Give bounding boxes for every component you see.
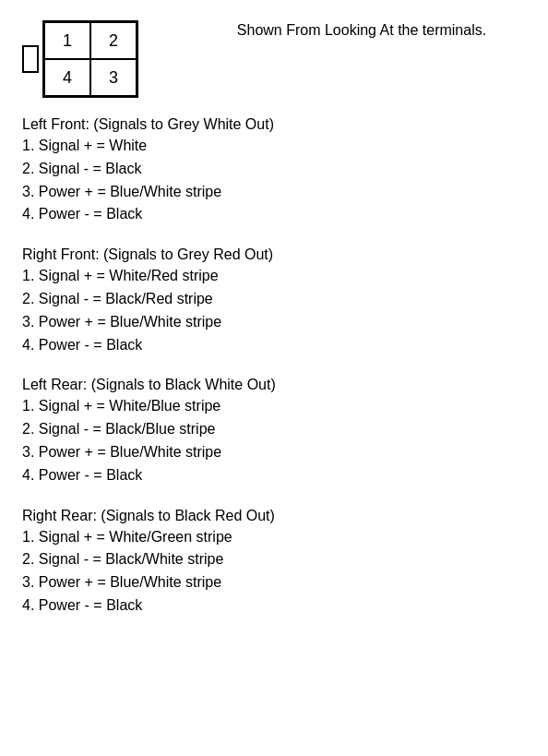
- list-item: 1. Signal + = White/Green stripe: [22, 526, 526, 549]
- list-item: 1. Signal + = White: [22, 135, 526, 158]
- section-title-left-front: Left Front: (Signals to Grey White Out): [22, 116, 526, 133]
- list-item: 1. Signal + = White/Blue stripe: [22, 395, 526, 418]
- section-list-right-front: 1. Signal + = White/Red stripe2. Signal …: [22, 265, 526, 356]
- list-item: 3. Power + = Blue/White stripe: [22, 571, 526, 594]
- section-left-front: Left Front: (Signals to Grey White Out)1…: [22, 116, 526, 226]
- terminal-diagram: 1 2 4 3: [42, 20, 138, 98]
- list-item: 3. Power + = Blue/White stripe: [22, 441, 526, 464]
- list-item: 4. Power - = Black: [22, 594, 526, 618]
- list-item: 4. Power - = Black: [22, 203, 526, 226]
- section-left-rear: Left Rear: (Signals to Black White Out)1…: [22, 377, 526, 486]
- list-item: 2. Signal - = Black/Blue stripe: [22, 418, 526, 441]
- top-section: 1 2 4 3 Shown From Looking At the termin…: [22, 17, 526, 98]
- list-item: 2. Signal - = Black/Red stripe: [22, 288, 526, 311]
- section-list-left-rear: 1. Signal + = White/Blue stripe2. Signal…: [22, 395, 526, 486]
- section-right-rear: Right Rear: (Signals to Black Red Out)1.…: [22, 508, 526, 618]
- list-item: 4. Power - = Black: [22, 334, 526, 357]
- section-title-right-front: Right Front: (Signals to Grey Red Out): [22, 246, 526, 263]
- section-list-right-rear: 1. Signal + = White/Green stripe2. Signa…: [22, 526, 526, 618]
- section-title-right-rear: Right Rear: (Signals to Black Red Out): [22, 508, 526, 524]
- sections-container: Left Front: (Signals to Grey White Out)1…: [22, 116, 526, 618]
- terminal-cell-4: 4: [44, 59, 90, 96]
- list-item: 2. Signal - = Black: [22, 158, 526, 181]
- section-title-left-rear: Left Rear: (Signals to Black White Out): [22, 377, 526, 393]
- list-item: 2. Signal - = Black/White stripe: [22, 548, 526, 571]
- terminal-cell-2: 2: [90, 22, 137, 59]
- diagram-caption: Shown From Looking At the terminals.: [197, 17, 526, 41]
- section-list-left-front: 1. Signal + = White2. Signal - = Black3.…: [22, 135, 526, 226]
- terminal-cell-3: 3: [90, 59, 137, 96]
- terminal-cell-1: 1: [44, 22, 90, 59]
- list-item: 4. Power - = Black: [22, 464, 526, 487]
- connector-box: [22, 45, 39, 73]
- list-item: 3. Power + = Blue/White stripe: [22, 181, 526, 204]
- list-item: 1. Signal + = White/Red stripe: [22, 265, 526, 288]
- list-item: 3. Power + = Blue/White stripe: [22, 311, 526, 334]
- section-right-front: Right Front: (Signals to Grey Red Out)1.…: [22, 246, 526, 356]
